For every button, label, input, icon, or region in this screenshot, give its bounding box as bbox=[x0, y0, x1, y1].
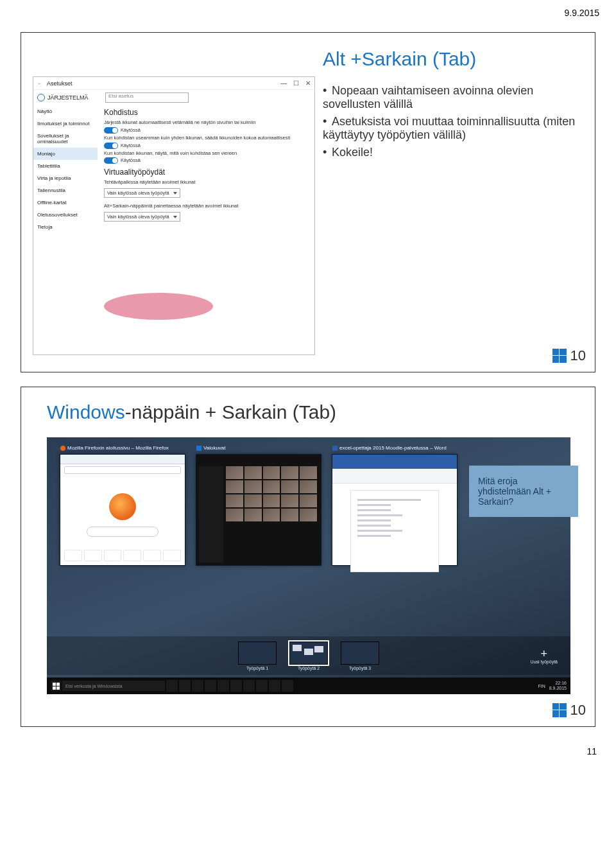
windows10-badge: 10 bbox=[552, 702, 586, 719]
window-label: excel-opettaja 2015 Moodle-palvelussa – … bbox=[339, 445, 447, 451]
sidebar-item[interactable]: Virta ja lepotila bbox=[33, 172, 98, 184]
slide1-bullets: •Nopeaan vaihtamiseen avoinna olevien so… bbox=[323, 84, 579, 163]
taskbar-tray: FIN 22:16 8.9.2015 bbox=[538, 681, 567, 690]
toggle-label: Käytössä bbox=[121, 127, 141, 133]
sidebar-item[interactable]: Offline-kartat bbox=[33, 197, 98, 209]
page-date: 9.9.2015 bbox=[0, 0, 616, 18]
taskbar-app-icon[interactable] bbox=[269, 680, 280, 692]
word-icon bbox=[332, 446, 338, 451]
toggle-on-icon[interactable] bbox=[104, 157, 118, 164]
window-titlebar: ← Asetukset — ☐ ✕ bbox=[33, 77, 314, 90]
taskbar-app-icon[interactable] bbox=[179, 680, 191, 692]
taskbar-app-icon[interactable] bbox=[192, 680, 203, 692]
windows-logo-icon bbox=[552, 349, 567, 363]
dropdown-taskbar-windows[interactable]: Vain käytössä oleva työpöytä bbox=[104, 188, 180, 198]
setting-text: Alt+Sarkain-näppäimiä painettaessa näyte… bbox=[104, 203, 308, 209]
setting-text: Kun kohdistan useamman kuin yhden ikkuna… bbox=[104, 135, 308, 141]
title-part-blue: Windows bbox=[47, 401, 125, 423]
sidebar-item[interactable]: Näyttö bbox=[33, 105, 98, 118]
settings-main: Etsi asetus Kohdistus Järjestä ikkunat a… bbox=[98, 90, 314, 353]
badge-text: 10 bbox=[570, 347, 586, 364]
toggle-label: Käytössä bbox=[121, 157, 141, 163]
callout-box: Mitä eroja yhdistelmään Alt + Sarkain? bbox=[469, 466, 578, 517]
taskbar-app-icon[interactable] bbox=[243, 680, 255, 692]
firefox-logo-icon bbox=[109, 493, 136, 520]
back-arrow-icon[interactable]: ← bbox=[37, 80, 43, 87]
sidebar-heading: JÄRJESTELMÄ bbox=[33, 92, 98, 105]
settings-search-input[interactable]: Etsi asetus bbox=[105, 92, 189, 103]
slide-2: Windows-näppäin + Sarkain (Tab) Mozilla … bbox=[21, 387, 595, 727]
heading-kohdistus: Kohdistus bbox=[104, 108, 308, 117]
page-number: 11 bbox=[0, 741, 616, 769]
windows-logo-icon bbox=[53, 683, 60, 690]
slide1-title: Alt +Sarkain (Tab) bbox=[323, 48, 476, 70]
windows-logo-icon bbox=[552, 703, 567, 717]
desktop-label: Työpöytä 2 bbox=[289, 666, 328, 670]
slide-1: Alt +Sarkain (Tab) •Nopeaan vaihtamiseen… bbox=[21, 32, 595, 372]
tray-lang[interactable]: FIN bbox=[538, 684, 545, 688]
desktop-thumb[interactable]: Työpöytä 1 bbox=[238, 642, 277, 670]
window-title: Asetukset bbox=[47, 80, 274, 87]
setting-text: Tehtäväpalkissa näytetään avoimet ikkuna… bbox=[104, 179, 308, 186]
desktop-thumb-selected[interactable]: Työpöytä 2 bbox=[289, 642, 328, 670]
toggle-label: Käytössä bbox=[121, 143, 141, 148]
bullet: Asetuksista voi muuttaa toiminnallisuutt… bbox=[323, 115, 575, 141]
new-desktop-label: Uusi työpöytä bbox=[531, 660, 558, 664]
setting-text: Järjestä ikkunat automaattisesti vetämäl… bbox=[104, 119, 308, 126]
toggle-on-icon[interactable] bbox=[104, 143, 118, 149]
desktop-label: Työpöytä 3 bbox=[341, 666, 379, 670]
taskbar-pinned-icons bbox=[166, 680, 293, 692]
close-button[interactable]: ✕ bbox=[305, 80, 311, 87]
badge-text: 10 bbox=[570, 702, 586, 719]
window-label: Valokuvat bbox=[203, 445, 226, 451]
taskbar-app-icon[interactable] bbox=[230, 680, 242, 692]
settings-sidebar: JÄRJESTELMÄ Näyttö Ilmoitukset ja toimin… bbox=[33, 90, 98, 353]
dropdown-alttab-windows[interactable]: Vain käytössä oleva työpöytä bbox=[104, 212, 180, 222]
tray-date[interactable]: 8.9.2015 bbox=[549, 686, 567, 690]
sidebar-item-selected[interactable]: Moniajo bbox=[33, 148, 98, 160]
taskbar-search-input[interactable]: Etsi verkosta ja Windowsista bbox=[62, 681, 165, 691]
bullet: Nopeaan vaihtamiseen avoinna olevien sov… bbox=[323, 84, 533, 110]
title-part-rest: -näppäin + Sarkain (Tab) bbox=[125, 401, 336, 423]
tray-time[interactable]: 22:16 bbox=[555, 681, 567, 685]
sidebar-item[interactable]: Sovellukset ja ominaisuudet bbox=[33, 130, 98, 148]
taskview-window-firefox[interactable]: Mozilla Firefoxin aloitussivu – Mozilla … bbox=[60, 454, 185, 566]
maximize-button[interactable]: ☐ bbox=[293, 80, 299, 87]
desktop-thumb[interactable]: Työpöytä 3 bbox=[341, 642, 379, 670]
taskbar-app-icon[interactable] bbox=[282, 680, 293, 692]
minimize-button[interactable]: — bbox=[280, 80, 287, 87]
taskview-window-photos[interactable]: Valokuvat bbox=[196, 454, 321, 566]
sidebar-item[interactable]: Ilmoitukset ja toiminnot bbox=[33, 118, 98, 130]
windows10-badge: 10 bbox=[552, 347, 586, 364]
new-desktop-button[interactable]: + Uusi työpöytä bbox=[531, 648, 558, 664]
taskbar-app-icon[interactable] bbox=[256, 680, 268, 692]
photos-icon bbox=[196, 446, 201, 451]
setting-text: Kun kohdistan ikkunan, näytä, mitä voin … bbox=[104, 150, 308, 157]
gear-icon bbox=[37, 94, 45, 101]
start-button[interactable] bbox=[51, 681, 61, 691]
taskbar-app-icon[interactable] bbox=[218, 680, 229, 692]
slide2-title: Windows-näppäin + Sarkain (Tab) bbox=[47, 401, 336, 423]
virtual-desktops-bar: Työpöytä 1 Työpöytä 2 Työpöytä 3 + Uusi … bbox=[47, 636, 570, 675]
toggle-on-icon[interactable] bbox=[104, 127, 118, 134]
task-view: Mozilla Firefoxin aloitussivu – Mozilla … bbox=[47, 437, 570, 694]
sidebar-item[interactable]: Tietoja bbox=[33, 221, 98, 233]
heading-virtual: Virtuaalityöpöydät bbox=[104, 168, 308, 177]
sidebar-item[interactable]: Tallennustila bbox=[33, 184, 98, 197]
desktop-label: Työpöytä 1 bbox=[238, 666, 277, 670]
taskbar-app-icon[interactable] bbox=[166, 680, 178, 692]
bullet: Kokeile! bbox=[332, 146, 373, 159]
sidebar-item[interactable]: Tablettitila bbox=[33, 160, 98, 172]
sidebar-item[interactable]: Oletussovellukset bbox=[33, 209, 98, 221]
taskbar: Etsi verkosta ja Windowsista FIN bbox=[47, 677, 570, 694]
section-name: JÄRJESTELMÄ bbox=[47, 94, 89, 101]
plus-icon: + bbox=[531, 648, 558, 660]
window-label: Mozilla Firefoxin aloitussivu – Mozilla … bbox=[67, 445, 169, 451]
settings-window: ← Asetukset — ☐ ✕ JÄRJESTELMÄ Näyttö Ilm… bbox=[33, 76, 315, 355]
taskview-window-word[interactable]: excel-opettaja 2015 Moodle-palvelussa – … bbox=[332, 454, 458, 566]
firefox-icon bbox=[60, 446, 65, 451]
taskbar-app-icon[interactable] bbox=[205, 680, 216, 692]
